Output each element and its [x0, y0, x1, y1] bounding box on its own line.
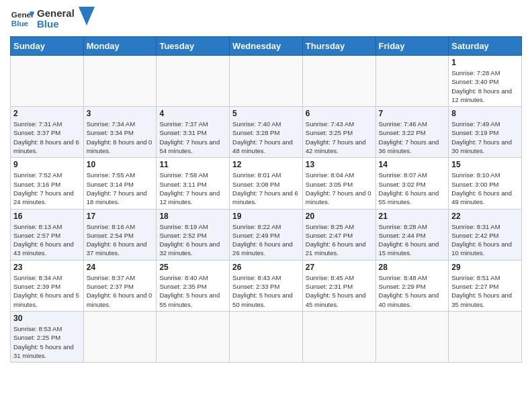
day-number: 16	[13, 212, 81, 221]
day-number: 5	[232, 109, 300, 118]
day-info: Sunrise: 8:04 AMSunset: 3:05 PMDaylight:…	[306, 171, 373, 206]
day-number: 12	[232, 160, 300, 169]
day-info: Sunrise: 8:16 AMSunset: 2:54 PMDaylight:…	[87, 222, 154, 258]
day-cell-28: 28Sunrise: 8:48 AMSunset: 2:29 PMDayligh…	[375, 260, 449, 311]
day-cell-9: 9Sunrise: 7:52 AMSunset: 3:16 PMDaylight…	[11, 158, 84, 209]
empty-cell	[230, 56, 303, 107]
empty-cell	[11, 56, 84, 107]
day-info: Sunrise: 7:58 AMSunset: 3:11 PMDaylight:…	[159, 171, 226, 206]
day-info: Sunrise: 8:28 AMSunset: 2:44 PMDaylight:…	[379, 222, 446, 258]
day-info: Sunrise: 7:55 AMSunset: 3:14 PMDaylight:…	[87, 171, 154, 206]
day-number: 27	[306, 263, 373, 272]
day-cell-16: 16Sunrise: 8:13 AMSunset: 2:57 PMDayligh…	[11, 209, 84, 260]
day-number: 21	[379, 212, 446, 221]
day-number: 2	[13, 109, 81, 118]
weekday-header-sunday: Sunday	[11, 37, 84, 56]
day-number: 9	[13, 160, 81, 169]
day-number: 23	[13, 263, 81, 272]
day-cell-17: 17Sunrise: 8:16 AMSunset: 2:54 PMDayligh…	[83, 209, 157, 260]
empty-cell	[230, 311, 303, 362]
day-cell-11: 11Sunrise: 7:58 AMSunset: 3:11 PMDayligh…	[157, 158, 230, 209]
day-info: Sunrise: 7:43 AMSunset: 3:25 PMDaylight:…	[306, 120, 373, 155]
day-number: 30	[13, 314, 81, 323]
logo-triangle-icon	[79, 7, 95, 26]
weekday-header-wednesday: Wednesday	[230, 37, 303, 56]
day-info: Sunrise: 7:40 AMSunset: 3:28 PMDaylight:…	[232, 120, 300, 155]
day-info: Sunrise: 8:34 AMSunset: 2:39 PMDaylight:…	[13, 273, 81, 309]
day-cell-10: 10Sunrise: 7:55 AMSunset: 3:14 PMDayligh…	[83, 158, 157, 209]
day-number: 1	[451, 58, 519, 67]
day-number: 15	[451, 160, 519, 169]
day-info: Sunrise: 8:10 AMSunset: 3:00 PMDaylight:…	[451, 171, 519, 206]
day-cell-7: 7Sunrise: 7:46 AMSunset: 3:22 PMDaylight…	[375, 107, 449, 158]
day-cell-12: 12Sunrise: 8:01 AMSunset: 3:08 PMDayligh…	[230, 158, 303, 209]
logo-general: General	[37, 8, 75, 19]
day-info: Sunrise: 7:52 AMSunset: 3:16 PMDaylight:…	[13, 171, 81, 206]
day-info: Sunrise: 8:01 AMSunset: 3:08 PMDaylight:…	[232, 171, 300, 206]
day-number: 6	[306, 109, 373, 118]
day-cell-30: 30Sunrise: 8:53 AMSunset: 2:25 PMDayligh…	[11, 311, 84, 362]
day-info: Sunrise: 8:45 AMSunset: 2:31 PMDaylight:…	[306, 273, 373, 309]
day-info: Sunrise: 7:37 AMSunset: 3:31 PMDaylight:…	[159, 120, 226, 155]
day-cell-6: 6Sunrise: 7:43 AMSunset: 3:25 PMDaylight…	[302, 107, 375, 158]
day-number: 26	[232, 263, 300, 272]
day-info: Sunrise: 8:37 AMSunset: 2:37 PMDaylight:…	[87, 273, 154, 309]
day-number: 19	[232, 212, 300, 221]
day-cell-14: 14Sunrise: 8:07 AMSunset: 3:02 PMDayligh…	[375, 158, 449, 209]
day-number: 3	[87, 109, 154, 118]
day-cell-24: 24Sunrise: 8:37 AMSunset: 2:37 PMDayligh…	[83, 260, 157, 311]
logo: General Blue General Blue	[10, 7, 95, 31]
day-number: 20	[306, 212, 373, 221]
day-cell-3: 3Sunrise: 7:34 AMSunset: 3:34 PMDaylight…	[83, 107, 157, 158]
day-info: Sunrise: 8:31 AMSunset: 2:42 PMDaylight:…	[451, 222, 519, 258]
day-number: 28	[379, 263, 446, 272]
day-cell-18: 18Sunrise: 8:19 AMSunset: 2:52 PMDayligh…	[157, 209, 230, 260]
day-cell-21: 21Sunrise: 8:28 AMSunset: 2:44 PMDayligh…	[375, 209, 449, 260]
day-cell-4: 4Sunrise: 7:37 AMSunset: 3:31 PMDaylight…	[157, 107, 230, 158]
day-number: 29	[451, 263, 519, 272]
day-info: Sunrise: 8:53 AMSunset: 2:25 PMDaylight:…	[13, 324, 81, 360]
day-cell-23: 23Sunrise: 8:34 AMSunset: 2:39 PMDayligh…	[11, 260, 84, 311]
day-info: Sunrise: 7:31 AMSunset: 3:37 PMDaylight:…	[13, 120, 81, 155]
empty-cell	[375, 56, 449, 107]
weekday-header-monday: Monday	[83, 37, 157, 56]
day-info: Sunrise: 8:13 AMSunset: 2:57 PMDaylight:…	[13, 222, 81, 258]
empty-cell	[302, 311, 375, 362]
empty-cell	[375, 311, 449, 362]
day-info: Sunrise: 8:19 AMSunset: 2:52 PMDaylight:…	[159, 222, 226, 258]
day-info: Sunrise: 8:22 AMSunset: 2:49 PMDaylight:…	[232, 222, 300, 258]
day-cell-2: 2Sunrise: 7:31 AMSunset: 3:37 PMDaylight…	[11, 107, 84, 158]
day-number: 22	[451, 212, 519, 221]
weekday-header-tuesday: Tuesday	[157, 37, 230, 56]
svg-text:Blue: Blue	[11, 19, 29, 28]
empty-cell	[83, 311, 157, 362]
day-info: Sunrise: 8:43 AMSunset: 2:33 PMDaylight:…	[232, 273, 300, 309]
empty-cell	[302, 56, 375, 107]
day-number: 18	[159, 212, 226, 221]
weekday-header-friday: Friday	[375, 37, 449, 56]
day-cell-8: 8Sunrise: 7:49 AMSunset: 3:19 PMDaylight…	[449, 107, 522, 158]
day-number: 13	[306, 160, 373, 169]
day-cell-25: 25Sunrise: 8:40 AMSunset: 2:35 PMDayligh…	[157, 260, 230, 311]
day-cell-15: 15Sunrise: 8:10 AMSunset: 3:00 PMDayligh…	[449, 158, 522, 209]
day-number: 25	[159, 263, 226, 272]
day-info: Sunrise: 8:40 AMSunset: 2:35 PMDaylight:…	[159, 273, 226, 309]
weekday-header-thursday: Thursday	[302, 37, 375, 56]
day-info: Sunrise: 7:34 AMSunset: 3:34 PMDaylight:…	[87, 120, 154, 155]
day-info: Sunrise: 8:25 AMSunset: 2:47 PMDaylight:…	[306, 222, 373, 258]
day-number: 24	[87, 263, 154, 272]
calendar-table: SundayMondayTuesdayWednesdayThursdayFrid…	[10, 36, 522, 363]
day-number: 7	[379, 109, 446, 118]
logo-icon: General Blue	[10, 7, 34, 31]
day-cell-22: 22Sunrise: 8:31 AMSunset: 2:42 PMDayligh…	[449, 209, 522, 260]
day-info: Sunrise: 7:28 AMSunset: 3:40 PMDaylight:…	[451, 68, 519, 104]
empty-cell	[157, 56, 230, 107]
day-cell-29: 29Sunrise: 8:51 AMSunset: 2:27 PMDayligh…	[449, 260, 522, 311]
day-cell-19: 19Sunrise: 8:22 AMSunset: 2:49 PMDayligh…	[230, 209, 303, 260]
day-cell-26: 26Sunrise: 8:43 AMSunset: 2:33 PMDayligh…	[230, 260, 303, 311]
day-info: Sunrise: 8:48 AMSunset: 2:29 PMDaylight:…	[379, 273, 446, 309]
empty-cell	[449, 311, 522, 362]
empty-cell	[83, 56, 157, 107]
day-cell-27: 27Sunrise: 8:45 AMSunset: 2:31 PMDayligh…	[302, 260, 375, 311]
day-cell-13: 13Sunrise: 8:04 AMSunset: 3:05 PMDayligh…	[302, 158, 375, 209]
